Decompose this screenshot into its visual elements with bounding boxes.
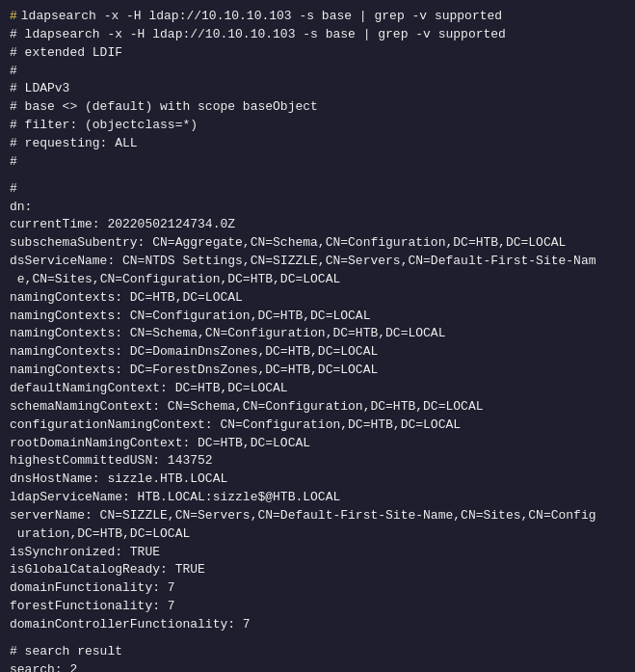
terminal-line: search: 2 — [10, 661, 625, 672]
terminal-line: schemaNamingContext: CN=Schema,CN=Config… — [10, 398, 625, 417]
terminal-line: isGlobalCatalogReady: TRUE — [10, 561, 625, 579]
terminal-line: namingContexts: DC=DomainDnsZones,DC=HTB… — [10, 343, 625, 362]
terminal-line: ldapServiceName: HTB.LOCAL:sizzle$@HTB.L… — [10, 489, 625, 507]
terminal-line: defaultNamingContext: DC=HTB,DC=LOCAL — [10, 380, 625, 398]
terminal-line: # requesting: ALL — [10, 135, 625, 153]
terminal-line: dsServiceName: CN=NTDS Settings,CN=SIZZL… — [10, 253, 625, 289]
terminal-line: # LDAPv3 — [10, 80, 625, 98]
terminal-line: # extended LDIF — [10, 44, 625, 63]
terminal-line: forestFunctionality: 7 — [10, 598, 625, 616]
terminal-line: # search result — [10, 643, 625, 661]
terminal-line: namingContexts: DC=ForestDnsZones,DC=HTB… — [10, 362, 625, 380]
terminal-line: configurationNamingContext: CN=Configura… — [10, 417, 625, 435]
terminal-line — [10, 172, 625, 180]
terminal-line: domainControllerFunctionality: 7 — [10, 616, 625, 634]
terminal-line: isSynchronized: TRUE — [10, 544, 625, 562]
terminal-line: # — [10, 153, 625, 172]
terminal-line: subschemaSubentry: CN=Aggregate,CN=Schem… — [10, 234, 625, 253]
terminal-line: namingContexts: CN=Schema,CN=Configurati… — [10, 325, 625, 343]
prompt-hash-symbol: # — [10, 8, 17, 26]
terminal-line: serverName: CN=SIZZLE,CN=Servers,CN=Defa… — [10, 507, 625, 544]
terminal-line: currentTime: 20220502124734.0Z — [10, 216, 625, 234]
terminal-line: dn: — [10, 199, 625, 217]
terminal-line: dnsHostName: sizzle.HTB.LOCAL — [10, 470, 625, 489]
terminal-line: # base <> (default) with scope baseObjec… — [10, 98, 625, 117]
terminal-line: namingContexts: CN=Configuration,DC=HTB,… — [10, 308, 625, 326]
command-text: ldapsearch -x -H ldap://10.10.10.103 -s … — [21, 8, 502, 26]
terminal-line: namingContexts: DC=HTB,DC=LOCAL — [10, 289, 625, 308]
terminal-line — [10, 634, 625, 643]
terminal-line: # ldapsearch -x -H ldap://10.10.10.103 -… — [10, 26, 625, 44]
terminal-line: # — [10, 63, 625, 81]
terminal-line: # filter: (objectclass=*) — [10, 117, 625, 135]
terminal-line: rootDomainNamingContext: DC=HTB,DC=LOCAL — [10, 435, 625, 453]
terminal-line: # — [10, 180, 625, 199]
terminal-window: # ldapsearch -x -H ldap://10.10.10.103 -… — [0, 0, 635, 672]
terminal-line: highestCommittedUSN: 143752 — [10, 452, 625, 470]
terminal-line: domainFunctionality: 7 — [10, 579, 625, 598]
terminal-output: # ldapsearch -x -H ldap://10.10.10.103 -… — [10, 26, 625, 672]
command-prompt-line: # ldapsearch -x -H ldap://10.10.10.103 -… — [10, 8, 625, 26]
